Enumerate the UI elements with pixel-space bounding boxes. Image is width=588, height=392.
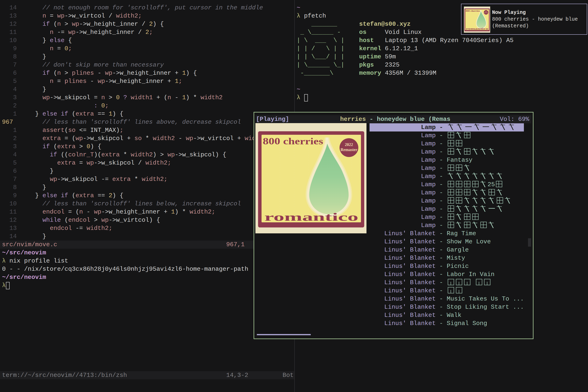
svg-text:romantico: romantico	[264, 211, 358, 223]
svg-text:Remaster: Remaster	[340, 148, 357, 152]
svg-text:romantico: romantico	[466, 27, 488, 30]
svg-text:2022: 2022	[485, 11, 487, 12]
svg-text:2022: 2022	[345, 142, 353, 147]
svg-text:800 cherries: 800 cherries	[466, 10, 480, 12]
svg-text:800 cherries: 800 cherries	[263, 136, 323, 146]
svg-text:Remaster: Remaster	[484, 12, 488, 13]
